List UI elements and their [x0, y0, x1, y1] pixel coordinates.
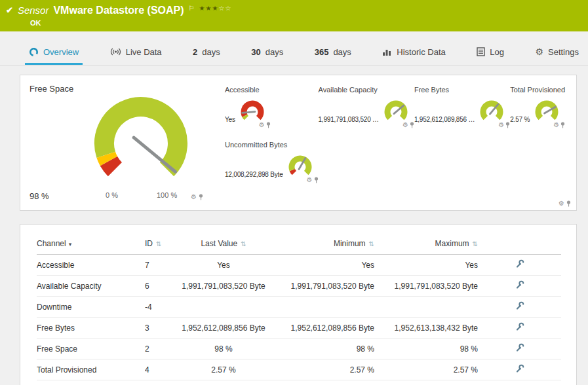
- flag-icon: ⚐: [189, 4, 195, 13]
- gauge-label: Uncommitted Bytes: [225, 141, 315, 149]
- gear-icon: ⚙: [535, 47, 543, 56]
- sensor-title: VMware Datastore (SOAP): [53, 4, 184, 17]
- gear-icon[interactable]: ⚙: [191, 194, 197, 200]
- gauge-label: Accessible: [225, 86, 315, 94]
- table-row: Uncommitted Bytes 5 12,008,292,898 Byte …: [37, 380, 561, 385]
- tab-log[interactable]: Log: [473, 41, 508, 65]
- cell-id: -4: [145, 297, 178, 318]
- cell-id: 3: [145, 318, 178, 339]
- cell-last-value: 2.57 %: [178, 359, 269, 380]
- gauges-panel: Free Space 98 % 0 % 100 % ⚙ Accessible Y…: [20, 75, 577, 211]
- table-row: Accessible 7 Yes Yes Yes: [37, 255, 561, 276]
- tab-label: Live Data: [126, 47, 162, 57]
- gear-icon[interactable]: ⚙: [402, 122, 408, 128]
- gauge-label: Total Provisioned: [510, 86, 568, 94]
- pin-icon[interactable]: [266, 122, 271, 128]
- cell-minimum: 2.57 %: [269, 359, 374, 380]
- column-label: Maximum: [435, 239, 469, 248]
- tab-label: days: [333, 47, 351, 57]
- gear-icon[interactable]: ⚙: [259, 122, 265, 128]
- cell-maximum: 1,991,791,083,520 Byte: [374, 276, 478, 297]
- cell-last-value: 1,991,791,083,520 Byte: [178, 276, 269, 297]
- gauge-value: 1,991,791,083,520 …: [319, 116, 379, 126]
- column-label: Last Value: [201, 239, 237, 248]
- tab-label: Historic Data: [397, 47, 445, 57]
- table-row: Downtime -4: [37, 297, 561, 318]
- cell-minimum: 12,008,292,898 Byte: [269, 380, 374, 385]
- gauge-free-bytes: Free Bytes 1,952,612,089,856 … ⚙: [414, 86, 506, 129]
- tab-historic-data[interactable]: Historic Data: [378, 41, 449, 65]
- channel-settings-icon[interactable]: [515, 280, 524, 289]
- cell-maximum: Yes: [374, 255, 478, 276]
- table-row: Free Bytes 3 1,952,612,089,856 Byte 1,95…: [37, 318, 561, 339]
- table-row: Free Space 2 98 % 98 % 98 %: [37, 339, 561, 359]
- cell-channel: Free Bytes: [37, 318, 145, 339]
- tab-bar: Overview Live Data 2 days 30 days 365 da…: [0, 41, 588, 65]
- gear-icon[interactable]: ⚙: [307, 177, 313, 183]
- pin-icon[interactable]: [566, 200, 571, 207]
- cell-maximum: 12,008,292,898 Byte: [374, 380, 478, 385]
- cell-minimum: 1,952,612,089,856 Byte: [269, 318, 374, 339]
- column-header-minimum[interactable]: Minimum⇅: [269, 234, 374, 255]
- pin-icon[interactable]: [505, 122, 510, 128]
- table-row: Total Provisioned 4 2.57 % 2.57 % 2.57 %: [37, 359, 561, 380]
- gear-icon[interactable]: ⚙: [559, 200, 564, 207]
- pin-icon[interactable]: [410, 122, 414, 128]
- tab-30-days[interactable]: 30 days: [247, 41, 287, 65]
- tab-overview[interactable]: Overview: [25, 41, 83, 65]
- channel-settings-icon[interactable]: [515, 301, 524, 310]
- pin-icon[interactable]: [560, 122, 565, 128]
- sort-icon: ⇅: [241, 240, 246, 248]
- tab-number: 30: [251, 47, 260, 57]
- tab-settings[interactable]: ⚙ Settings: [531, 41, 583, 65]
- column-label: Channel: [37, 239, 66, 248]
- gear-icon[interactable]: ⚙: [498, 122, 504, 128]
- gauge-accessible: Accessible Yes ⚙: [225, 86, 315, 129]
- tab-label: Log: [490, 47, 504, 57]
- cell-minimum: 98 %: [269, 339, 374, 359]
- tab-live-data[interactable]: Live Data: [106, 41, 166, 65]
- table-header-row: Channel▾ ID⇅ Last Value⇅ Minimum⇅ Maximu…: [37, 234, 561, 255]
- cell-last-value: [178, 297, 269, 318]
- historic-data-icon: [382, 48, 392, 56]
- pin-icon[interactable]: [314, 177, 319, 183]
- cell-maximum: 2.57 %: [374, 359, 478, 380]
- channel-settings-icon[interactable]: [515, 364, 524, 373]
- gauge-free-space: Free Space 98 % 0 % 100 % ⚙: [28, 82, 218, 204]
- cell-last-value: 98 %: [178, 339, 269, 359]
- gauge-uncommitted-bytes: Uncommitted Bytes 12,008,292,898 Byte ⚙: [225, 141, 315, 184]
- free-space-gauge-dial: [75, 90, 206, 188]
- sensor-header: ✔ Sensor VMware Datastore (SOAP) ⚐ ★★★☆☆…: [0, 0, 588, 31]
- column-header-channel[interactable]: Channel▾: [37, 234, 145, 255]
- pin-icon[interactable]: [199, 194, 203, 200]
- cell-maximum: 98 %: [374, 339, 478, 359]
- channel-settings-icon[interactable]: [515, 343, 524, 352]
- tab-label: days: [202, 47, 220, 57]
- cell-minimum: [269, 297, 374, 318]
- channel-settings-icon[interactable]: [515, 322, 524, 331]
- gauge-label: Free Space: [29, 84, 73, 94]
- gauge-value: 1,952,612,089,856 …: [414, 116, 475, 126]
- small-gauges-grid: Accessible Yes ⚙ Available Capacity: [218, 82, 568, 204]
- tab-2-days[interactable]: 2 days: [189, 41, 224, 65]
- column-header-last-value[interactable]: Last Value⇅: [178, 234, 269, 255]
- cell-id: 2: [145, 339, 178, 359]
- tab-365-days[interactable]: 365 days: [311, 41, 355, 65]
- cell-channel: Total Provisioned: [37, 359, 145, 380]
- column-header-id[interactable]: ID⇅: [145, 234, 178, 255]
- column-header-maximum[interactable]: Maximum⇅: [374, 234, 478, 255]
- channel-settings-icon[interactable]: [515, 259, 524, 268]
- gauge-value: Yes: [225, 116, 235, 126]
- priority-stars[interactable]: ★★★☆☆: [199, 4, 232, 13]
- column-label: Minimum: [334, 239, 366, 248]
- status-badge: OK: [30, 19, 581, 27]
- gear-icon[interactable]: ⚙: [553, 122, 559, 128]
- cell-channel: Uncommitted Bytes: [37, 380, 145, 385]
- tab-label: Settings: [548, 47, 579, 57]
- cell-minimum: 1,991,791,083,520 Byte: [269, 276, 374, 297]
- cell-last-value: 1,952,612,089,856 Byte: [178, 318, 269, 339]
- channels-panel: Channel▾ ID⇅ Last Value⇅ Minimum⇅ Maximu…: [20, 224, 577, 385]
- cell-channel: Available Capacity: [37, 276, 145, 297]
- table-row: Available Capacity 6 1,991,791,083,520 B…: [37, 276, 561, 297]
- column-header-actions: [478, 234, 561, 255]
